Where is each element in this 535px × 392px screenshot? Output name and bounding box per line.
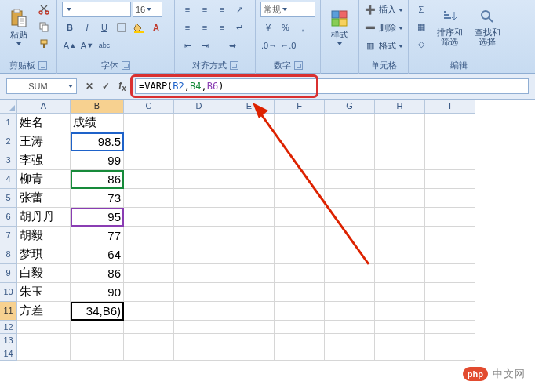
cell-D4[interactable] bbox=[174, 170, 224, 189]
cell-B3[interactable]: 99 bbox=[71, 151, 124, 170]
cell-D9[interactable] bbox=[174, 264, 224, 283]
paste-button[interactable]: 粘贴 bbox=[5, 2, 33, 52]
row-header-12[interactable]: 12 bbox=[0, 321, 17, 334]
dialog-launcher-icon[interactable] bbox=[230, 61, 238, 70]
align-left-button[interactable]: ≡ bbox=[180, 20, 195, 35]
row-header-3[interactable]: 3 bbox=[0, 151, 17, 170]
cell-A7[interactable]: 胡毅 bbox=[17, 227, 71, 245]
dialog-launcher-icon[interactable] bbox=[294, 61, 303, 70]
cell-B1[interactable]: 成绩 bbox=[71, 114, 124, 132]
row-header-2[interactable]: 2 bbox=[0, 132, 17, 151]
cell-C1[interactable] bbox=[124, 114, 174, 132]
cell-H13[interactable] bbox=[375, 334, 425, 347]
cell-C10[interactable] bbox=[124, 283, 174, 302]
cell-H14[interactable] bbox=[375, 347, 425, 361]
cell-A8[interactable]: 梦琪 bbox=[17, 245, 71, 264]
cell-B6[interactable]: 95 bbox=[71, 208, 124, 227]
align-center-button[interactable]: ≡ bbox=[197, 20, 213, 35]
row-header-10[interactable]: 10 bbox=[0, 283, 17, 302]
row-header-4[interactable]: 4 bbox=[0, 170, 17, 189]
cell-E12[interactable] bbox=[224, 321, 275, 334]
dialog-launcher-icon[interactable] bbox=[38, 61, 47, 70]
cell-G6[interactable] bbox=[325, 208, 375, 227]
row-header-13[interactable]: 13 bbox=[0, 334, 17, 347]
cell-G5[interactable] bbox=[325, 189, 375, 208]
cell-I10[interactable] bbox=[425, 283, 475, 302]
percent-button[interactable]: % bbox=[278, 20, 293, 35]
cell-F11[interactable] bbox=[275, 302, 325, 321]
cell-E6[interactable] bbox=[224, 208, 275, 227]
cell-E1[interactable] bbox=[224, 114, 275, 132]
name-box[interactable]: SUM bbox=[6, 78, 77, 94]
sort-filter-button[interactable]: 排序和 筛选 bbox=[432, 2, 467, 52]
cell-G2[interactable] bbox=[325, 132, 375, 151]
cell-A1[interactable]: 姓名 bbox=[17, 114, 71, 132]
cell-A14[interactable] bbox=[17, 347, 71, 361]
cell-B12[interactable] bbox=[71, 321, 124, 334]
cell-A12[interactable] bbox=[17, 321, 71, 334]
row-header-11[interactable]: 11 bbox=[0, 302, 17, 321]
cell-B4[interactable]: 86 bbox=[71, 170, 124, 189]
enter-formula-button[interactable]: ✓ bbox=[98, 78, 114, 94]
cell-A13[interactable] bbox=[17, 334, 71, 347]
cell-E11[interactable] bbox=[224, 302, 275, 321]
cell-E7[interactable] bbox=[224, 227, 275, 245]
cell-D1[interactable] bbox=[174, 114, 224, 132]
cell-I1[interactable] bbox=[425, 114, 475, 132]
cell-G7[interactable] bbox=[325, 227, 375, 245]
italic-button[interactable]: I bbox=[79, 20, 95, 35]
row-header-6[interactable]: 6 bbox=[0, 208, 17, 227]
row-header-1[interactable]: 1 bbox=[0, 114, 17, 132]
cell-D8[interactable] bbox=[174, 245, 224, 264]
cell-D11[interactable] bbox=[174, 302, 224, 321]
align-top-button[interactable]: ≡ bbox=[180, 2, 195, 17]
styles-button[interactable]: 样式 bbox=[326, 2, 354, 52]
cell-A11[interactable]: 方差 bbox=[17, 302, 71, 321]
cell-G1[interactable] bbox=[325, 114, 375, 132]
cell-H10[interactable] bbox=[375, 283, 425, 302]
cell-C9[interactable] bbox=[124, 264, 174, 283]
cell-C8[interactable] bbox=[124, 245, 174, 264]
cell-F3[interactable] bbox=[275, 151, 325, 170]
row-header-8[interactable]: 8 bbox=[0, 245, 17, 264]
cell-B5[interactable]: 73 bbox=[71, 189, 124, 208]
col-header-H[interactable]: H bbox=[375, 100, 425, 114]
cell-H3[interactable] bbox=[375, 151, 425, 170]
cell-H5[interactable] bbox=[375, 189, 425, 208]
col-header-F[interactable]: F bbox=[275, 100, 325, 114]
cell-A9[interactable]: 白毅 bbox=[17, 264, 71, 283]
cell-B2[interactable]: 98.5 bbox=[71, 132, 124, 151]
cell-F14[interactable] bbox=[275, 347, 325, 361]
cell-C5[interactable] bbox=[124, 189, 174, 208]
increase-indent-button[interactable]: ⇥ bbox=[197, 38, 213, 53]
cell-A5[interactable]: 张蕾 bbox=[17, 189, 71, 208]
col-header-B[interactable]: B bbox=[71, 100, 124, 114]
cell-E2[interactable] bbox=[224, 132, 275, 151]
cell-A2[interactable]: 王涛 bbox=[17, 132, 71, 151]
cell-E5[interactable] bbox=[224, 189, 275, 208]
cell-F5[interactable] bbox=[275, 189, 325, 208]
copy-button[interactable] bbox=[36, 19, 52, 34]
cell-I9[interactable] bbox=[425, 264, 475, 283]
cell-C6[interactable] bbox=[124, 208, 174, 227]
format-button[interactable]: ▥格式 bbox=[364, 38, 403, 54]
cell-D10[interactable] bbox=[174, 283, 224, 302]
cell-B7[interactable]: 77 bbox=[71, 227, 124, 245]
cell-A3[interactable]: 李强 bbox=[17, 151, 71, 170]
cell-F4[interactable] bbox=[275, 170, 325, 189]
fill-color-button[interactable] bbox=[131, 20, 147, 35]
cell-H4[interactable] bbox=[375, 170, 425, 189]
col-header-I[interactable]: I bbox=[425, 100, 475, 114]
cell-G10[interactable] bbox=[325, 283, 375, 302]
orientation-button[interactable]: ↗ bbox=[231, 2, 247, 17]
decrease-decimal-button[interactable]: ←.0 bbox=[279, 38, 297, 53]
cell-A6[interactable]: 胡丹丹 bbox=[17, 208, 71, 227]
cell-F10[interactable] bbox=[275, 283, 325, 302]
cell-A10[interactable]: 朱玉 bbox=[17, 283, 71, 302]
phonetic-button[interactable]: abc bbox=[96, 38, 112, 53]
cell-D12[interactable] bbox=[174, 321, 224, 334]
cell-B8[interactable]: 64 bbox=[71, 245, 124, 264]
col-header-D[interactable]: D bbox=[174, 100, 224, 114]
row-header-5[interactable]: 5 bbox=[0, 189, 17, 208]
increase-decimal-button[interactable]: .0→ bbox=[260, 38, 278, 53]
